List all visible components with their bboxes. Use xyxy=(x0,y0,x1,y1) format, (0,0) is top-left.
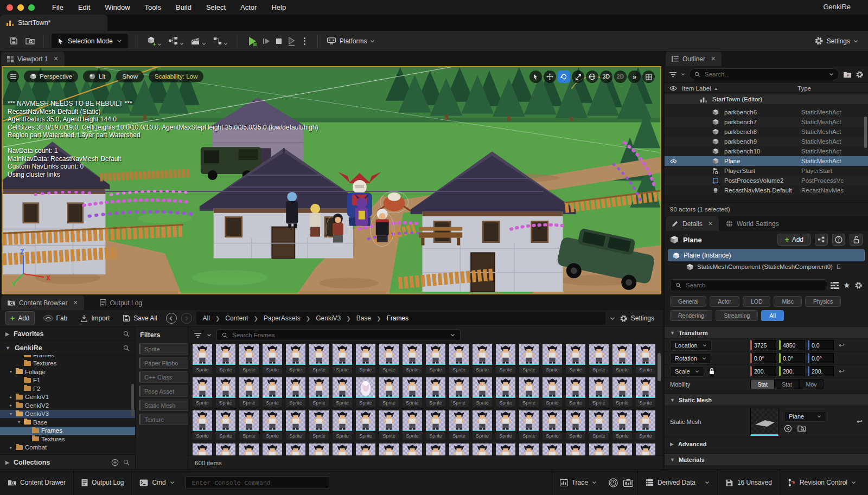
scale-tool-icon[interactable] xyxy=(572,70,584,83)
asset-tile[interactable]: Sprite xyxy=(263,410,282,440)
save-icon[interactable] xyxy=(5,34,22,49)
tree-item-f1[interactable]: F1 xyxy=(0,376,135,385)
asset-tile[interactable]: Sprite xyxy=(286,377,305,407)
static-mesh-section-header[interactable]: ▼Static Mesh xyxy=(665,394,868,406)
location-dropdown[interactable]: Location xyxy=(670,340,712,351)
location-y-field[interactable]: 4850 xyxy=(779,340,805,350)
screenshot-icon[interactable] xyxy=(623,479,633,487)
outliner-row-parkbench6[interactable]: parkbench6StaticMeshAct xyxy=(665,107,868,117)
cinematics-button[interactable] xyxy=(188,35,209,47)
filter-chip-physics[interactable]: Physics xyxy=(805,296,841,307)
rotation-z-field[interactable]: 0.0° xyxy=(808,353,834,363)
asset-tile[interactable]: Sprite xyxy=(403,377,422,407)
search-icon[interactable] xyxy=(123,459,130,466)
asset-tile[interactable]: Sprite xyxy=(403,410,422,440)
launch-button[interactable] xyxy=(287,36,296,46)
outliner-tab[interactable]: Outliner ✕ xyxy=(666,52,722,66)
filter-chip-all[interactable]: All xyxy=(761,310,784,321)
asset-tile[interactable]: Sprite xyxy=(612,443,632,455)
details-settings-gear-icon[interactable] xyxy=(854,281,863,290)
search-icon[interactable] xyxy=(123,345,130,351)
menubar-item-help[interactable]: Help xyxy=(271,3,286,11)
viewport-canvas[interactable]: Perspective Lit Show Scalability: Low 3D… xyxy=(2,66,661,294)
tree-item-base[interactable]: ▾Base xyxy=(0,418,135,427)
asset-tile[interactable]: Sprite xyxy=(449,410,469,440)
search-icon[interactable] xyxy=(123,331,130,337)
rotation-dropdown[interactable]: Rotation xyxy=(670,353,711,364)
rotation-y-field[interactable]: 0.0° xyxy=(779,353,805,363)
filter-chip-misc[interactable]: Misc xyxy=(774,296,802,307)
scale-z-field[interactable]: 200. xyxy=(808,366,834,376)
collections-header[interactable]: ▶Collections xyxy=(0,454,135,470)
breadcrumb-all[interactable]: All xyxy=(203,314,210,322)
asset-tile[interactable]: Sprite xyxy=(193,377,212,407)
asset-tile[interactable]: Sprite xyxy=(542,410,562,440)
asset-tile[interactable]: Sprite xyxy=(496,377,515,407)
favorites-header[interactable]: ▶Favorites xyxy=(0,327,135,341)
outliner-filter-icon[interactable] xyxy=(669,72,677,78)
new-folder-icon[interactable]: + xyxy=(843,71,852,78)
filter-button-texture[interactable]: Texture xyxy=(139,414,188,425)
asset-tile[interactable]: Sprite xyxy=(612,377,632,407)
platforms-dropdown[interactable]: Platforms xyxy=(323,37,379,45)
filter-button-pose-asset[interactable]: Pose Asset xyxy=(139,385,188,397)
asset-tile[interactable]: Sprite xyxy=(333,443,352,455)
outliner-scrollbar[interactable] xyxy=(864,117,867,148)
console-command-input[interactable] xyxy=(186,476,329,489)
asset-tile[interactable]: Sprite xyxy=(216,344,235,374)
asset-tile[interactable]: Sprite xyxy=(519,410,539,440)
tree-item-f2[interactable]: F2 xyxy=(0,384,135,393)
rotate-tool-icon[interactable] xyxy=(558,70,570,83)
asset-tile[interactable]: Sprite xyxy=(239,410,259,440)
lock-scale-icon[interactable] xyxy=(709,368,715,375)
viewport-tab[interactable]: Viewport 1 ✕ xyxy=(1,52,65,66)
close-window-button[interactable] xyxy=(7,4,13,11)
asset-tile[interactable]: Sprite xyxy=(496,344,515,374)
asset-tile[interactable]: Sprite xyxy=(333,344,352,374)
asset-tile[interactable]: Sprite xyxy=(449,443,469,455)
world-settings-tab[interactable]: World Settings xyxy=(720,216,785,231)
world-coordinate-icon[interactable] xyxy=(586,70,598,83)
move-tool-icon[interactable] xyxy=(544,70,556,83)
mode-2d-button[interactable]: 2D xyxy=(614,70,627,83)
tree-item-frames[interactable]: Frames xyxy=(0,355,135,359)
details-tab[interactable]: Details ✕ xyxy=(666,216,719,231)
asset-tile[interactable]: Sprite xyxy=(589,410,609,440)
outliner-row-plane[interactable]: PlaneStaticMeshAct xyxy=(665,156,868,166)
scale-y-field[interactable]: 200. xyxy=(779,366,805,376)
asset-tile[interactable]: Sprite xyxy=(473,344,492,374)
breadcrumb-content[interactable]: Content xyxy=(225,314,248,322)
forward-icon[interactable] xyxy=(181,313,192,324)
outliner-row-parkbench10[interactable]: parkbench10StaticMeshAct xyxy=(665,146,868,156)
tree-item-foliage[interactable]: ▾Foliage xyxy=(0,368,135,376)
favorites-star-icon[interactable]: ★ xyxy=(843,281,850,290)
filter-chip-general[interactable]: General xyxy=(670,296,706,307)
asset-tile[interactable]: Sprite xyxy=(426,443,445,455)
reset-location-icon[interactable]: ↩ xyxy=(839,341,845,349)
outliner-row-recastnavmesh-default[interactable]: RecastNavMesh-DefaultRecastNavMes xyxy=(665,185,868,195)
blueprints-button[interactable] xyxy=(165,35,187,47)
type-column[interactable]: Type xyxy=(797,85,868,92)
tree-expander-icon[interactable]: ▾ xyxy=(8,369,14,374)
tree-item-genkiv2[interactable]: ▸GenkiV2 xyxy=(0,401,135,410)
play-button[interactable] xyxy=(247,36,258,47)
static-mesh-thumbnail[interactable] xyxy=(750,408,778,436)
asset-tile[interactable]: Sprite xyxy=(636,377,655,407)
browse-to-asset-icon[interactable] xyxy=(797,425,806,433)
asset-tile[interactable]: Sprite xyxy=(566,410,585,440)
chevron-down-icon[interactable] xyxy=(681,73,685,76)
cb-settings-dropdown[interactable]: Settings xyxy=(620,314,658,323)
asset-tile[interactable]: Sprite xyxy=(193,410,212,440)
filter-button-static-mesh[interactable]: Static Mesh xyxy=(139,400,188,411)
asset-tile[interactable]: Sprite xyxy=(216,377,235,407)
asset-tile[interactable]: Sprite xyxy=(589,344,609,374)
unlock-icon[interactable] xyxy=(850,234,863,246)
close-icon[interactable]: ✕ xyxy=(73,299,78,306)
outliner-row-parkbench7[interactable]: parkbench7StaticMeshAct xyxy=(665,117,868,127)
asset-tile[interactable]: Sprite xyxy=(636,344,655,374)
filter-chip-lod[interactable]: LOD xyxy=(743,296,771,307)
scale-dropdown[interactable]: Scale xyxy=(670,366,704,377)
asset-tile[interactable]: Sprite xyxy=(193,443,212,455)
outliner-row-playerstart[interactable]: PlayerStartPlayerStart xyxy=(665,166,868,176)
show-dropdown[interactable]: Show xyxy=(116,70,144,82)
